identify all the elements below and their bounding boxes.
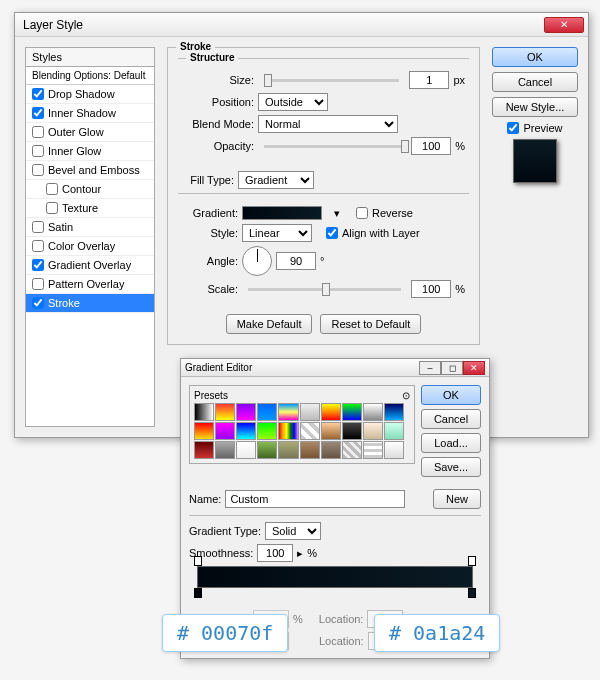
style-item-color-overlay[interactable]: Color Overlay <box>26 237 154 256</box>
preset-swatch[interactable] <box>257 422 277 440</box>
grad-name-input[interactable] <box>225 490 405 508</box>
gradient-bar[interactable] <box>197 566 473 588</box>
preset-swatch[interactable] <box>384 422 404 440</box>
reverse-checkbox[interactable] <box>356 207 368 219</box>
style-checkbox[interactable] <box>32 145 44 157</box>
color-stop-left[interactable] <box>194 588 202 598</box>
style-label: Color Overlay <box>48 240 115 252</box>
preset-swatch[interactable] <box>215 422 235 440</box>
style-item-contour[interactable]: Contour <box>26 180 154 199</box>
grad-cancel-button[interactable]: Cancel <box>421 409 481 429</box>
scale-input[interactable] <box>411 280 451 298</box>
ok-button[interactable]: OK <box>492 47 578 67</box>
size-slider[interactable] <box>264 79 399 82</box>
style-item-outer-glow[interactable]: Outer Glow <box>26 123 154 142</box>
new-style-button[interactable]: New Style... <box>492 97 578 117</box>
grad-close-button[interactable]: ✕ <box>463 361 485 375</box>
preset-swatch[interactable] <box>257 403 277 421</box>
style-label: Drop Shadow <box>48 88 115 100</box>
color-stop-right[interactable] <box>468 588 476 598</box>
style-item-bevel-and-emboss[interactable]: Bevel and Emboss <box>26 161 154 180</box>
preset-swatch[interactable] <box>278 403 298 421</box>
preset-swatch[interactable] <box>321 441 341 459</box>
preset-swatch[interactable] <box>342 441 362 459</box>
style-checkbox[interactable] <box>32 240 44 252</box>
preset-swatch[interactable] <box>384 403 404 421</box>
size-input[interactable] <box>409 71 449 89</box>
style-checkbox[interactable] <box>32 107 44 119</box>
preset-swatch[interactable] <box>363 403 383 421</box>
align-checkbox[interactable] <box>326 227 338 239</box>
style-item-stroke[interactable]: Stroke <box>26 294 154 313</box>
preset-swatch[interactable] <box>278 441 298 459</box>
minimize-button[interactable]: – <box>419 361 441 375</box>
scale-slider[interactable] <box>248 288 401 291</box>
preset-swatch[interactable] <box>300 422 320 440</box>
preset-swatch[interactable] <box>342 422 362 440</box>
preset-swatch[interactable] <box>300 403 320 421</box>
opacity-stop-right[interactable] <box>468 556 476 566</box>
preset-swatch[interactable] <box>321 422 341 440</box>
angle-wheel[interactable] <box>242 246 272 276</box>
style-item-texture[interactable]: Texture <box>26 199 154 218</box>
preset-swatch[interactable] <box>278 422 298 440</box>
reset-default-button[interactable]: Reset to Default <box>320 314 421 334</box>
preset-swatch[interactable] <box>236 403 256 421</box>
presets-menu-icon[interactable]: ⊙ <box>402 390 410 401</box>
preset-swatch[interactable] <box>215 441 235 459</box>
style-checkbox[interactable] <box>46 183 58 195</box>
blending-options[interactable]: Blending Options: Default <box>26 67 154 85</box>
preset-swatch[interactable] <box>321 403 341 421</box>
preset-swatch[interactable] <box>194 422 214 440</box>
fill-type-select[interactable]: Gradient <box>238 171 314 189</box>
preset-swatch[interactable] <box>384 441 404 459</box>
preview-checkbox[interactable] <box>507 122 519 134</box>
position-select[interactable]: Outside <box>258 93 328 111</box>
preset-swatch[interactable] <box>215 403 235 421</box>
grad-new-button[interactable]: New <box>433 489 481 509</box>
blend-mode-select[interactable]: Normal <box>258 115 398 133</box>
gradient-swatch[interactable] <box>242 206 322 220</box>
grad-save-button[interactable]: Save... <box>421 457 481 477</box>
make-default-button[interactable]: Make Default <box>226 314 313 334</box>
cancel-button[interactable]: Cancel <box>492 72 578 92</box>
preset-swatch[interactable] <box>194 403 214 421</box>
gradient-dropdown-icon[interactable]: ▾ <box>334 207 340 220</box>
smoothness-input[interactable] <box>257 544 293 562</box>
align-label: Align with Layer <box>342 227 420 239</box>
preset-swatch[interactable] <box>363 422 383 440</box>
preset-swatch[interactable] <box>194 441 214 459</box>
style-checkbox[interactable] <box>32 88 44 100</box>
preset-swatch[interactable] <box>363 441 383 459</box>
style-checkbox[interactable] <box>46 202 58 214</box>
style-item-inner-glow[interactable]: Inner Glow <box>26 142 154 161</box>
grad-type-select[interactable]: Solid <box>265 522 321 540</box>
preset-swatch[interactable] <box>236 441 256 459</box>
style-item-drop-shadow[interactable]: Drop Shadow <box>26 85 154 104</box>
style-label: Outer Glow <box>48 126 104 138</box>
style-checkbox[interactable] <box>32 278 44 290</box>
preset-swatch[interactable] <box>257 441 277 459</box>
opacity-stop-left[interactable] <box>194 556 202 566</box>
maximize-button[interactable]: ◻ <box>441 361 463 375</box>
grad-ok-button[interactable]: OK <box>421 385 481 405</box>
style-checkbox[interactable] <box>32 126 44 138</box>
style-checkbox[interactable] <box>32 259 44 271</box>
style-checkbox[interactable] <box>32 164 44 176</box>
style-select[interactable]: Linear <box>242 224 312 242</box>
angle-input[interactable] <box>276 252 316 270</box>
style-item-gradient-overlay[interactable]: Gradient Overlay <box>26 256 154 275</box>
style-item-satin[interactable]: Satin <box>26 218 154 237</box>
grad-load-button[interactable]: Load... <box>421 433 481 453</box>
style-item-pattern-overlay[interactable]: Pattern Overlay <box>26 275 154 294</box>
preset-swatch[interactable] <box>236 422 256 440</box>
style-checkbox[interactable] <box>32 297 44 309</box>
preset-swatch[interactable] <box>342 403 362 421</box>
style-checkbox[interactable] <box>32 221 44 233</box>
opacity-input[interactable] <box>411 137 451 155</box>
style-item-inner-shadow[interactable]: Inner Shadow <box>26 104 154 123</box>
opacity-slider[interactable] <box>264 145 401 148</box>
preset-swatch[interactable] <box>300 441 320 459</box>
close-button[interactable]: ✕ <box>544 17 584 33</box>
presets-grid[interactable] <box>194 403 404 459</box>
